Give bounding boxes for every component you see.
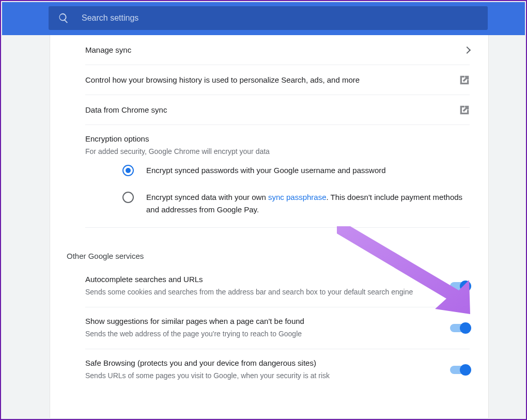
chrome-sync-data-label: Data from Chrome sync — [85, 105, 459, 114]
external-link-icon — [459, 105, 470, 115]
manage-sync-label: Manage sync — [85, 45, 464, 54]
settings-card: Manage sync Control how your browsing hi… — [50, 35, 489, 418]
encrypt-opt2-text-a: Encrypt synced data with your own — [146, 193, 268, 201]
safe-browsing-toggle[interactable] — [450, 366, 470, 374]
header-bar — [2, 2, 525, 35]
encryption-title: Encryption options — [85, 134, 470, 143]
safe-browsing-sub: Sends URLs of some pages you visit to Go… — [85, 370, 433, 381]
safe-browsing-row: Safe Browsing (protects you and your dev… — [85, 349, 470, 391]
search-settings-bar[interactable] — [49, 6, 488, 30]
control-history-row[interactable]: Control how your browsing history is use… — [85, 65, 470, 95]
suggestions-title: Show suggestions for similar pages when … — [85, 317, 433, 325]
chevron-right-icon — [463, 46, 471, 53]
encrypt-with-google-label: Encrypt synced passwords with your Googl… — [146, 164, 386, 177]
safe-browsing-title: Safe Browsing (protects you and your dev… — [85, 359, 433, 367]
manage-sync-row[interactable]: Manage sync — [85, 35, 470, 65]
autocomplete-row: Autocomplete searches and URLs Sends som… — [85, 266, 470, 307]
search-input[interactable] — [82, 13, 478, 23]
radio-unselected-icon[interactable] — [122, 192, 134, 203]
encrypt-with-passphrase-label: Encrypt synced data with your own sync p… — [146, 191, 470, 216]
control-history-label: Control how your browsing history is use… — [85, 75, 459, 84]
autocomplete-sub: Sends some cookies and searches from the… — [85, 287, 433, 298]
other-google-services-heading: Other Google services — [67, 228, 470, 266]
chrome-sync-data-row[interactable]: Data from Chrome sync — [85, 95, 470, 125]
encryption-subtitle: For added security, Google Chrome will e… — [85, 146, 470, 157]
autocomplete-toggle[interactable] — [450, 282, 470, 290]
toggle-knob-icon — [460, 322, 471, 334]
external-link-icon — [459, 75, 470, 85]
autocomplete-title: Autocomplete searches and URLs — [85, 275, 433, 284]
radio-selected-icon[interactable] — [122, 165, 134, 176]
encrypt-with-passphrase-row[interactable]: Encrypt synced data with your own sync p… — [85, 184, 470, 223]
suggestions-sub: Sends the web address of the page you're… — [85, 329, 433, 339]
search-icon — [58, 12, 69, 24]
encrypt-with-google-row[interactable]: Encrypt synced passwords with your Googl… — [85, 157, 470, 184]
suggestions-row: Show suggestions for similar pages when … — [85, 307, 470, 349]
toggle-knob-icon — [460, 281, 471, 292]
suggestions-toggle[interactable] — [450, 324, 470, 332]
toggle-knob-icon — [460, 364, 471, 376]
encryption-options-block: Encryption options For added security, G… — [85, 125, 470, 228]
sync-passphrase-link[interactable]: sync passphrase — [268, 193, 327, 201]
